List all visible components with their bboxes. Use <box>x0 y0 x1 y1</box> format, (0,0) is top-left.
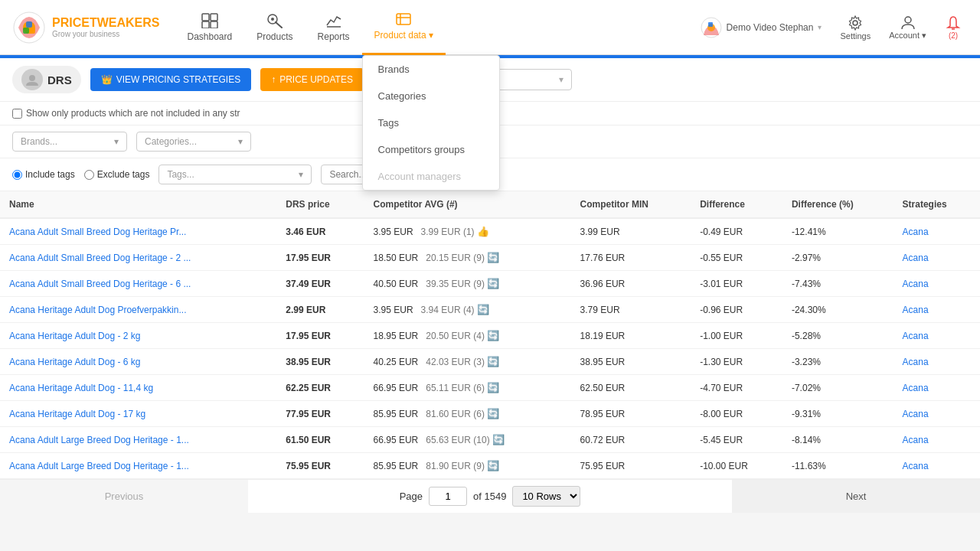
strategy-link[interactable]: Acana <box>903 253 929 263</box>
cell-drs-price: 77.95 EUR <box>276 401 364 427</box>
logo-tagline: Grow your business <box>52 30 159 38</box>
demo-user[interactable]: Demo Video Stephan ▾ <box>694 17 828 38</box>
cell-diff-pct: -9.31% <box>782 401 893 427</box>
strategy-link[interactable]: Acana <box>903 383 929 393</box>
strategy-link[interactable]: Acana <box>903 305 929 315</box>
product-link[interactable]: Acana Heritage Adult Dog - 11,4 kg <box>9 383 153 393</box>
strategy-link[interactable]: Acana <box>903 279 929 289</box>
svg-rect-5 <box>202 14 209 21</box>
product-link[interactable]: Acana Adult Large Breed Dog Heritage - 1… <box>9 435 189 445</box>
col-diff-pct: Difference (%) <box>782 191 893 218</box>
strategy-link[interactable]: Acana <box>903 461 929 471</box>
page-input[interactable] <box>429 487 467 506</box>
product-link[interactable]: Acana Heritage Adult Dog Proefverpakkin.… <box>9 305 186 315</box>
dropdown-account-managers[interactable]: Account managers <box>363 163 499 190</box>
svg-rect-6 <box>211 14 217 21</box>
product-link[interactable]: Acana Heritage Adult Dog - 17 kg <box>9 409 145 419</box>
cell-comp-min: 17.76 EUR <box>571 245 691 271</box>
cell-diff-pct: -7.43% <box>782 271 893 297</box>
nav-reports[interactable]: Reports <box>305 0 362 55</box>
col-comp-min: Competitor MIN <box>571 191 691 218</box>
cell-drs-price: 62.25 EUR <box>276 375 364 401</box>
cell-comp-min: 38.95 EUR <box>571 349 691 375</box>
cell-comp-min: 62.50 EUR <box>571 375 691 401</box>
account-nav[interactable]: Account ▾ <box>883 14 933 41</box>
settings-icon <box>847 15 864 31</box>
strategy-link[interactable]: Acana <box>903 409 929 419</box>
table-row: Acana Adult Small Breed Dog Heritage Pr.… <box>0 218 980 245</box>
product-link[interactable]: Acana Adult Small Breed Dog Heritage - 2… <box>9 253 191 263</box>
account-label: Account ▾ <box>889 31 926 41</box>
settings-label: Settings <box>840 31 871 41</box>
product-link[interactable]: Acana Adult Small Breed Dog Heritage - 6… <box>9 279 191 289</box>
drs-avatar <box>21 69 43 90</box>
cell-diff-pct: -3.23% <box>782 349 893 375</box>
cell-difference: -1.30 EUR <box>691 349 782 375</box>
dropdown-categories[interactable]: Categories <box>363 83 499 109</box>
show-only-checkbox[interactable] <box>12 109 22 119</box>
cell-name: Acana Adult Large Breed Dog Heritage - 1… <box>0 427 276 453</box>
svg-rect-8 <box>211 21 217 28</box>
brands-dropdown[interactable]: Brands... ▾ <box>12 132 127 152</box>
show-only-label[interactable]: Show only products which are not include… <box>12 108 240 119</box>
svg-rect-7 <box>202 21 209 28</box>
svg-point-22 <box>29 75 35 81</box>
view-pricing-btn[interactable]: 👑 VIEW PRICING STRATEGIES <box>90 68 251 91</box>
nav-dashboard[interactable]: Dashboard <box>175 0 244 55</box>
cell-difference: -3.01 EUR <box>691 271 782 297</box>
dropdown-brands[interactable]: Brands <box>363 56 499 83</box>
next-button[interactable]: Next <box>732 480 980 513</box>
nav-product-data[interactable]: Product data ▾ Brands Categories Tags Co… <box>362 0 446 55</box>
strategy-link[interactable]: Acana <box>903 331 929 341</box>
strategy-link[interactable]: Acana <box>903 435 929 445</box>
nav-products[interactable]: Products <box>244 0 305 55</box>
logo-brand: PRICETWEAKERS <box>52 16 159 30</box>
cell-strategy: Acana <box>893 218 980 245</box>
cell-difference: -0.96 EUR <box>691 297 782 323</box>
price-updates-btn[interactable]: ↑ PRICE UPDATES <box>260 68 364 91</box>
nav-right: Demo Video Stephan ▾ Settings Account ▾ … <box>694 14 968 41</box>
main-nav: Dashboard Products Reports <box>175 0 694 55</box>
strategy-link[interactable]: Acana <box>903 357 929 367</box>
notifications-count: (2) <box>949 31 958 40</box>
cell-name: Acana Heritage Adult Dog - 6 kg <box>0 349 276 375</box>
product-link[interactable]: Acana Heritage Adult Dog - 2 kg <box>9 331 140 341</box>
cell-drs-price: 2.99 EUR <box>276 297 364 323</box>
settings-nav[interactable]: Settings <box>834 15 877 41</box>
product-link[interactable]: Acana Adult Small Breed Dog Heritage Pr.… <box>9 227 186 237</box>
cell-comp-avg: 18.50 EUR 20.15 EUR (9) 🔄 <box>364 245 571 271</box>
cell-comp-min: 36.96 EUR <box>571 271 691 297</box>
cell-difference: -1.00 EUR <box>691 323 782 349</box>
product-link[interactable]: Acana Adult Large Breed Dog Heritage - 1… <box>9 461 189 471</box>
rows-select[interactable]: 10 Rows 25 Rows 50 Rows <box>512 486 580 507</box>
cell-comp-min: 3.79 EUR <box>571 297 691 323</box>
dropdown-competitors-groups[interactable]: Competitors groups <box>363 136 499 163</box>
prev-button[interactable]: Previous <box>0 480 248 513</box>
product-data-icon <box>395 11 412 27</box>
dropdown-tags[interactable]: Tags <box>363 109 499 136</box>
cell-diff-pct: -12.41% <box>782 218 893 245</box>
cell-diff-pct: -24.30% <box>782 297 893 323</box>
cell-strategy: Acana <box>893 271 980 297</box>
cell-name: Acana Heritage Adult Dog - 17 kg <box>0 401 276 427</box>
strategy-link[interactable]: Acana <box>903 227 929 237</box>
cell-name: Acana Heritage Adult Dog - 2 kg <box>0 323 276 349</box>
exclude-tags-radio[interactable]: Exclude tags <box>84 169 150 180</box>
include-tags-radio[interactable]: Include tags <box>12 169 75 180</box>
cell-strategy: Acana <box>893 375 980 401</box>
col-strategies: Strategies <box>893 191 980 218</box>
notifications-nav[interactable]: (2) <box>939 15 968 40</box>
product-link[interactable]: Acana Heritage Adult Dog - 6 kg <box>9 357 140 367</box>
cell-difference: -8.00 EUR <box>691 401 782 427</box>
of-label: of 1549 <box>473 491 506 502</box>
cell-strategy: Acana <box>893 245 980 271</box>
bell-icon <box>945 15 962 31</box>
cell-strategy: Acana <box>893 401 980 427</box>
cell-diff-pct: -2.97% <box>782 245 893 271</box>
cell-diff-pct: -8.14% <box>782 427 893 453</box>
cell-comp-avg: 18.95 EUR 20.50 EUR (4) 🔄 <box>364 323 571 349</box>
categories-dropdown[interactable]: Categories... ▾ <box>136 132 251 152</box>
cell-comp-avg: 40.50 EUR 39.35 EUR (9) 🔄 <box>364 271 571 297</box>
svg-rect-3 <box>23 28 29 34</box>
tags-dropdown[interactable]: Tags... ▾ <box>158 165 312 184</box>
